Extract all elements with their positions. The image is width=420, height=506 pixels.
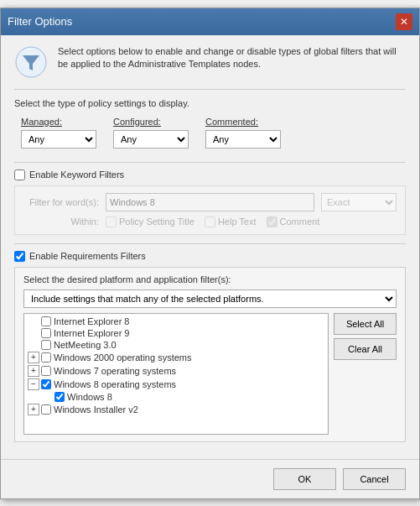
policy-setting-title-checkbox[interactable] — [106, 216, 117, 227]
keyword-filter-checkbox-label[interactable]: Enable Keyword Filters — [14, 170, 406, 180]
win7-expand-icon[interactable]: + — [28, 365, 39, 377]
requirements-content: Select the desired platform and applicat… — [14, 267, 406, 442]
exact-select[interactable]: Exact Contains — [321, 193, 397, 211]
select-all-button[interactable]: Select All — [334, 313, 397, 335]
requirements-section: Enable Requirements Filters Select the d… — [14, 251, 406, 442]
within-checkboxes: Policy Setting Title Help Text Comment — [106, 216, 319, 227]
dialog-content: Select options below to enable and chang… — [1, 35, 419, 459]
list-item[interactable]: − Windows 8 operating systems — [24, 378, 328, 391]
ie9-checkbox[interactable] — [41, 328, 51, 338]
list-item[interactable]: Internet Explorer 9 — [24, 327, 328, 339]
ie8-label: Internet Explorer 8 — [54, 316, 130, 326]
requirements-filter-text: Enable Requirements Filters — [29, 251, 146, 261]
filter-word-row: Filter for word(s): Exact Contains — [23, 193, 397, 211]
win8os-label: Windows 8 operating systems — [54, 379, 176, 389]
win8-checkbox[interactable] — [54, 392, 65, 402]
ok-button[interactable]: OK — [273, 468, 336, 490]
filter-for-words-label: Filter for word(s): — [23, 197, 99, 207]
platform-list-inner: Internet Explorer 8 Internet Explorer 9 — [24, 314, 328, 418]
commented-select[interactable]: Any Yes No — [205, 130, 281, 149]
list-buttons: Select All Clear All — [334, 313, 397, 435]
keyword-filters-box: Filter for word(s): Exact Contains Withi… — [14, 185, 406, 235]
within-row: Within: Policy Setting Title Help Text C… — [23, 216, 397, 227]
requirements-filter-checkbox[interactable] — [14, 251, 25, 262]
title-bar: Filter Options ✕ — [1, 8, 419, 35]
netmeeting-checkbox[interactable] — [41, 340, 51, 350]
list-item[interactable]: + Windows Installer v2 — [24, 403, 328, 416]
divider-1 — [14, 162, 406, 163]
keyword-filter-label: Enable Keyword Filters — [29, 170, 124, 180]
win2000-checkbox[interactable] — [41, 352, 51, 363]
platform-list[interactable]: Internet Explorer 8 Internet Explorer 9 — [23, 313, 329, 435]
win7-label: Windows 7 operating systems — [54, 366, 176, 376]
managed-select[interactable]: Any Yes No — [21, 130, 96, 149]
list-item[interactable]: Internet Explorer 8 — [24, 316, 328, 327]
commented-group: Commented: Any Yes No — [205, 117, 281, 149]
cancel-button[interactable]: Cancel — [343, 468, 406, 490]
filter-icon — [14, 45, 48, 79]
within-label: Within: — [23, 216, 99, 227]
policy-setting-title-text: Policy Setting Title — [119, 216, 194, 227]
requirements-filter-label[interactable]: Enable Requirements Filters — [14, 251, 406, 262]
help-text-text: Help Text — [218, 216, 257, 227]
dialog-footer: OK Cancel — [1, 459, 419, 498]
list-item[interactable]: NetMeeting 3.0 — [24, 339, 328, 351]
dropdowns-row: Managed: Any Yes No Configured: Any Yes … — [14, 117, 406, 149]
ie9-label: Internet Explorer 9 — [54, 328, 130, 338]
list-item[interactable]: Windows 8 — [24, 391, 328, 403]
header-section: Select options below to enable and chang… — [14, 45, 406, 90]
keyword-filter-checkbox[interactable] — [14, 170, 25, 180]
wininstaller-label: Windows Installer v2 — [54, 404, 138, 415]
configured-label: Configured: — [113, 117, 189, 127]
configured-select[interactable]: Any Yes No — [113, 130, 189, 149]
divider-2 — [14, 243, 406, 244]
comment-text: Comment — [280, 216, 320, 227]
netmeeting-label: NetMeeting 3.0 — [54, 340, 117, 350]
win2000-label: Windows 2000 operating systems — [54, 352, 191, 363]
requirements-checkbox-section: Enable Requirements Filters — [14, 251, 406, 262]
keyword-filters-section: Enable Keyword Filters — [14, 170, 406, 180]
help-text-label[interactable]: Help Text — [205, 216, 257, 227]
comment-label[interactable]: Comment — [267, 216, 320, 227]
commented-label: Commented: — [205, 117, 281, 127]
managed-label: Managed: — [21, 117, 96, 127]
platform-list-area: Internet Explorer 8 Internet Explorer 9 — [23, 313, 397, 435]
comment-checkbox[interactable] — [267, 216, 277, 227]
close-button[interactable]: ✕ — [396, 13, 412, 30]
list-item[interactable]: + Windows 2000 operating systems — [24, 351, 328, 364]
platform-include-select[interactable]: Include settings that match any of the s… — [23, 290, 397, 308]
win8os-expand-icon[interactable]: − — [28, 378, 39, 390]
wininstaller-checkbox[interactable] — [41, 404, 51, 415]
req-sub-label: Select the desired platform and applicat… — [23, 274, 397, 284]
win8os-checkbox[interactable] — [41, 379, 51, 389]
filter-words-input[interactable] — [106, 193, 314, 211]
win7-checkbox[interactable] — [41, 366, 51, 376]
win8-label: Windows 8 — [67, 392, 112, 402]
managed-group: Managed: Any Yes No — [21, 117, 96, 149]
ie8-checkbox[interactable] — [41, 316, 51, 326]
win2000-expand-icon[interactable]: + — [28, 352, 39, 363]
policy-setting-title-label[interactable]: Policy Setting Title — [106, 216, 194, 227]
header-description: Select options below to enable and chang… — [58, 45, 406, 71]
filter-options-dialog: Filter Options ✕ Select options below to… — [0, 8, 420, 499]
list-item[interactable]: + Windows 7 operating systems — [24, 364, 328, 378]
configured-group: Configured: Any Yes No — [113, 117, 189, 149]
help-text-checkbox[interactable] — [205, 216, 215, 227]
wininstaller-expand-icon[interactable]: + — [28, 404, 39, 415]
policy-section-label: Select the type of policy settings to di… — [14, 98, 406, 108]
clear-all-button[interactable]: Clear All — [334, 338, 397, 360]
dialog-title: Filter Options — [8, 15, 72, 28]
